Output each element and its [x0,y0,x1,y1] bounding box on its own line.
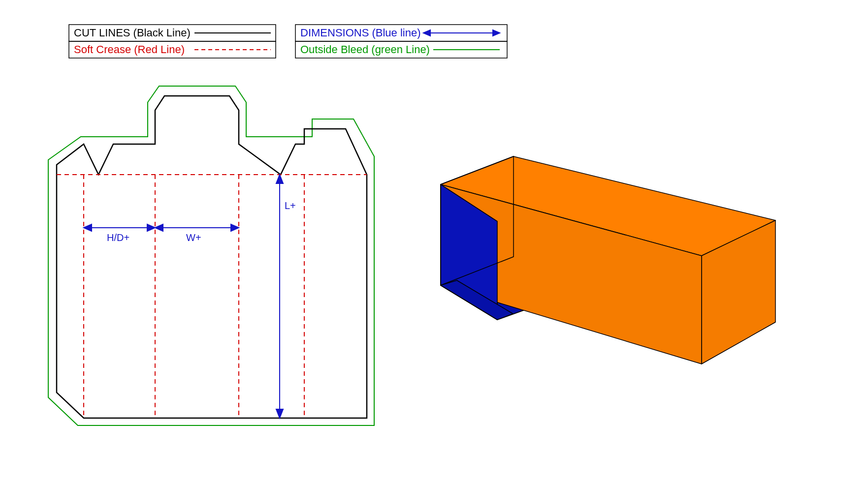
legend-label-dim: DIMENSIONS (Blue line) [300,27,421,39]
crease-lines [57,175,367,418]
svg-marker-15 [276,175,283,183]
dim-label-w: W+ [186,232,201,243]
legend-label-bleed: Outside Bleed (green Line) [300,43,430,56]
dim-label-l: L+ [285,200,296,211]
dieline-figure: CUT LINES (Black Line) Soft Crease (Red … [0,0,868,482]
legend-swatch-dim [423,30,500,36]
dim-label-hd: H/D+ [107,232,129,243]
dimension-arrows [84,175,283,418]
bleed-outline [48,86,374,425]
legend-label-cut: CUT LINES (Black Line) [74,27,191,39]
svg-marker-16 [276,409,283,418]
svg-marker-2 [493,30,500,36]
box-3d [441,156,775,364]
cut-outline [57,96,367,418]
legend: CUT LINES (Black Line) Soft Crease (Red … [69,25,507,58]
legend-label-crease: Soft Crease (Red Line) [74,43,185,56]
svg-marker-12 [155,224,163,231]
svg-marker-9 [84,224,92,231]
svg-marker-1 [423,30,430,36]
dieline: H/D+ W+ L+ [48,86,374,425]
svg-marker-13 [231,224,239,231]
